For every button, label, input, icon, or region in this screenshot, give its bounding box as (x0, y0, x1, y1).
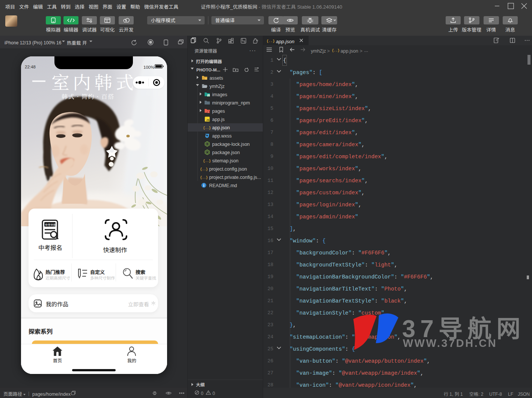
svg-text:中考中报: 中考中报 (45, 223, 56, 227)
svg-text:JS: JS (206, 119, 209, 121)
svg-text:{..}: {..} (203, 159, 211, 163)
svg-text:{..}: {..} (267, 39, 275, 43)
svg-text:{..}: {..} (200, 168, 208, 171)
svg-text:{..}: {..} (203, 126, 211, 130)
svg-text:{..}: {..} (200, 176, 208, 180)
svg-text:{..}: {..} (332, 49, 339, 53)
